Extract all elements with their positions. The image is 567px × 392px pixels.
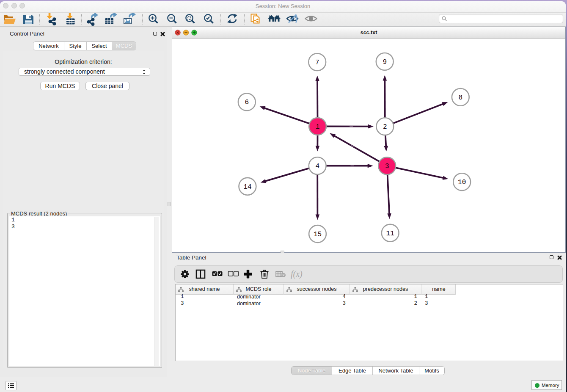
svg-text:7: 7 [315,59,319,66]
svg-text:8: 8 [458,94,462,102]
svg-text:4: 4 [315,163,319,170]
svg-text:14: 14 [243,183,251,191]
svg-text:11: 11 [386,230,394,237]
svg-text:6: 6 [245,99,249,106]
svg-text:1: 1 [316,123,320,131]
svg-text:15: 15 [314,231,322,238]
svg-text:9: 9 [383,58,387,66]
svg-text:f(x): f(x) [291,269,303,279]
svg-text:10: 10 [458,179,466,186]
svg-text:3: 3 [385,163,389,170]
svg-text:2: 2 [383,123,387,131]
